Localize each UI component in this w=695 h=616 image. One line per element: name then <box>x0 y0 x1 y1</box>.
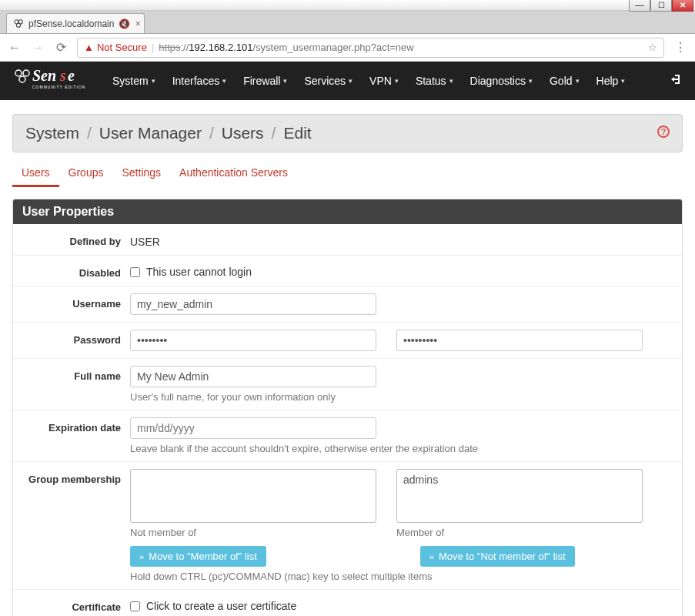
member-of-label: Member of <box>396 527 643 538</box>
svg-point-2 <box>16 23 20 27</box>
subtab-users[interactable]: Users <box>12 160 59 187</box>
browser-menu-icon[interactable]: ⋮ <box>673 40 687 55</box>
pfsense-favicon <box>13 18 24 29</box>
window-close-button[interactable] <box>672 0 693 12</box>
pfsense-navbar: Sen s e COMMUNITY EDITION System ▾Interf… <box>0 62 695 100</box>
certificate-checkbox[interactable] <box>130 601 140 611</box>
svg-text:s: s <box>59 67 66 84</box>
svg-text:COMMUNITY EDITION: COMMUNITY EDITION <box>32 85 85 89</box>
browser-tabstrip: pfSense.localdomain 🔇 × <box>0 11 695 34</box>
not-member-of-label: Not member of <box>130 527 376 538</box>
not-member-of-list[interactable] <box>130 469 376 523</box>
nav-item-gold[interactable]: Gold ▾ <box>542 64 587 98</box>
svg-point-3 <box>15 70 22 76</box>
expiration-input[interactable] <box>130 417 376 439</box>
disabled-text: This user cannot login <box>146 266 252 278</box>
window-titlebar <box>0 0 695 11</box>
caret-down-icon: ▾ <box>222 77 226 85</box>
group-option[interactable]: admins <box>400 473 639 487</box>
window-maximize-button[interactable] <box>650 0 672 12</box>
forward-button[interactable]: → <box>31 41 45 55</box>
caret-down-icon: ▾ <box>349 77 353 85</box>
warning-icon: ▲ <box>84 42 94 53</box>
password-confirm-input[interactable] <box>396 330 643 351</box>
subtab-authentication-servers[interactable]: Authentication Servers <box>170 160 297 187</box>
caret-down-icon: ▾ <box>395 77 399 85</box>
tab-close-icon[interactable]: × <box>135 18 141 29</box>
username-label: Username <box>22 293 130 310</box>
svg-point-5 <box>19 76 25 82</box>
browser-tab[interactable]: pfSense.localdomain 🔇 × <box>6 13 145 33</box>
breadcrumb-user-manager[interactable]: User Manager <box>99 124 202 142</box>
defined-by-value: USER <box>130 231 673 248</box>
caret-down-icon: ▾ <box>449 77 453 85</box>
url-path: /system_usermanager.php?act=new <box>252 42 413 53</box>
pfsense-logo[interactable]: Sen s e COMMUNITY EDITION <box>12 67 89 95</box>
logout-icon[interactable] <box>670 73 683 89</box>
group-membership-label: Group membership <box>22 469 130 485</box>
window-minimize-button[interactable] <box>629 0 650 12</box>
member-of-list[interactable]: admins <box>396 469 643 523</box>
caret-down-icon: ▾ <box>283 77 287 85</box>
caret-down-icon: ▾ <box>576 77 580 85</box>
svg-text:Sen: Sen <box>32 67 56 84</box>
defined-by-label: Defined by <box>22 231 130 247</box>
username-input[interactable] <box>130 293 376 315</box>
not-secure-warning: ▲ Not Secure <box>84 42 147 53</box>
group-help: Hold down CTRL (pc)/COMMAND (mac) key to… <box>130 571 673 582</box>
fullname-input[interactable] <box>130 366 376 387</box>
subtab-settings[interactable]: Settings <box>112 160 170 187</box>
svg-text:?: ? <box>661 127 667 136</box>
bookmark-icon[interactable]: ☆ <box>648 42 657 53</box>
nav-item-diagnostics[interactable]: Diagnostics ▾ <box>463 64 540 98</box>
fullname-label: Full name <box>22 366 130 382</box>
back-button[interactable]: ← <box>8 41 22 55</box>
caret-down-icon: ▾ <box>152 77 155 85</box>
breadcrumb-system[interactable]: System <box>25 124 79 142</box>
breadcrumb-users[interactable]: Users <box>222 124 264 142</box>
password-label: Password <box>22 330 130 346</box>
reload-button[interactable]: ⟳ <box>54 40 68 55</box>
address-bar[interactable]: ▲ Not Secure | https://192.168.2.101/sys… <box>77 38 664 58</box>
nav-item-interfaces[interactable]: Interfaces ▾ <box>165 64 234 98</box>
browser-toolbar: ← → ⟳ ▲ Not Secure | https://192.168.2.1… <box>0 34 695 62</box>
password-input[interactable] <box>130 330 376 351</box>
expiration-help: Leave blank if the account shouldn't exp… <box>130 443 673 454</box>
caret-down-icon: ▾ <box>621 77 625 85</box>
move-to-not-member-button[interactable]: «Move to "Not member of" list <box>420 546 575 567</box>
help-icon[interactable]: ? <box>657 126 670 141</box>
url-host: 192.168.2.101 <box>189 42 252 53</box>
disabled-label: Disabled <box>22 263 130 279</box>
disabled-checkbox[interactable] <box>130 267 140 277</box>
svg-point-4 <box>23 70 29 76</box>
subtab-bar: UsersGroupsSettingsAuthentication Server… <box>12 160 683 188</box>
nav-item-help[interactable]: Help ▾ <box>589 64 633 98</box>
page-header: System/User Manager/Users/Edit ? <box>12 114 683 152</box>
nav-item-system[interactable]: System ▾ <box>105 64 163 98</box>
user-properties-panel: User Properties Defined by USER Disabled… <box>12 199 683 616</box>
tab-title: pfSense.localdomain <box>28 18 114 29</box>
nav-item-firewall[interactable]: Firewall ▾ <box>236 64 295 98</box>
move-to-member-button[interactable]: »Move to "Member of" list <box>130 546 266 567</box>
certificate-text: Click to create a user certificate <box>146 600 296 612</box>
nav-item-status[interactable]: Status ▾ <box>408 64 461 98</box>
breadcrumb-edit: Edit <box>283 124 311 142</box>
nav-item-services[interactable]: Services ▾ <box>296 64 360 98</box>
chevron-right-icon: » <box>139 552 144 561</box>
subtab-groups[interactable]: Groups <box>59 160 113 187</box>
nav-item-vpn[interactable]: VPN ▾ <box>362 64 406 98</box>
certificate-label: Certificate <box>22 597 130 613</box>
caret-down-icon: ▾ <box>529 77 533 85</box>
fullname-help: User's full name, for your own informati… <box>130 391 673 403</box>
url-protocol: https <box>159 42 180 53</box>
svg-text:e: e <box>68 67 75 84</box>
chevron-left-icon: « <box>429 552 434 561</box>
expiration-label: Expiration date <box>22 417 130 434</box>
panel-title: User Properties <box>13 199 682 224</box>
tab-mute-icon: 🔇 <box>119 18 130 29</box>
